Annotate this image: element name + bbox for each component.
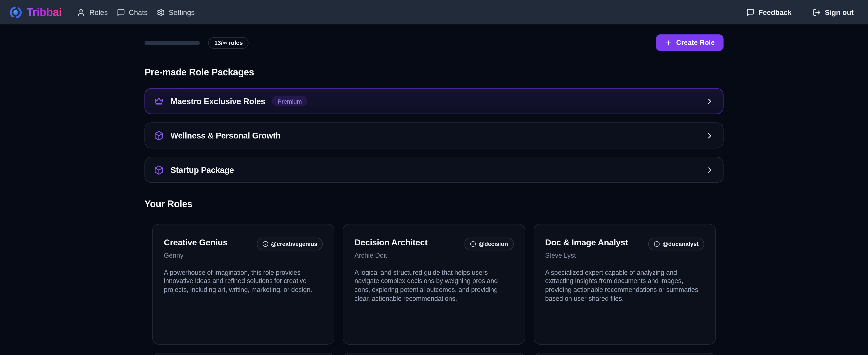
top-navigation-bar: Tribbai Roles Chats Settings Feedback: [0, 0, 868, 24]
role-title: Doc & Image Analyst: [545, 238, 628, 247]
topbar-actions: Feedback Sign out: [746, 8, 854, 16]
info-icon: [470, 241, 476, 247]
feedback-bubble-icon: [746, 8, 754, 16]
package-row-wellness-growth[interactable]: Wellness & Personal Growth: [145, 123, 723, 149]
package-row-maestro-exclusive[interactable]: Maestro Exclusive Roles Premium: [145, 88, 723, 114]
role-cards-grid-next-row: [145, 353, 723, 355]
role-card-doc-image-analyst[interactable]: Doc & Image Analyst Steve Lyst @docanaly…: [533, 224, 716, 345]
role-card-titles: Doc & Image Analyst Steve Lyst: [545, 238, 628, 259]
package-name: Wellness & Personal Growth: [170, 131, 280, 140]
sign-out-label: Sign out: [825, 8, 854, 16]
role-handle: @creativegenius: [271, 241, 317, 247]
nav-item-chats[interactable]: Chats: [117, 8, 148, 16]
role-cards-grid: Creative Genius Genny @creativegenius A …: [145, 224, 723, 345]
package-icon: [154, 165, 164, 175]
roles-usage-row: 13/∞ roles Create Role: [145, 34, 723, 51]
main-nav: Roles Chats Settings: [77, 8, 194, 16]
your-roles-section-title: Your Roles: [145, 199, 723, 210]
package-row-startup[interactable]: Startup Package: [145, 157, 723, 183]
feedback-button[interactable]: Feedback: [746, 8, 792, 16]
role-handle: @decision: [479, 241, 508, 247]
role-card-header: Doc & Image Analyst Steve Lyst @docanaly…: [545, 238, 704, 259]
role-handle-badge[interactable]: @docanalyst: [648, 238, 704, 250]
nav-item-settings[interactable]: Settings: [157, 8, 195, 16]
premium-badge: Premium: [272, 96, 308, 107]
role-card-header: Decision Architect Archie Doit @decision: [354, 238, 514, 259]
nav-label: Chats: [129, 8, 148, 16]
package-list: Maestro Exclusive Roles Premium Wellness…: [145, 88, 723, 183]
package-name: Startup Package: [170, 166, 234, 175]
package-name: Maestro Exclusive Roles: [170, 97, 265, 106]
roles-usage-progress-bar: [145, 41, 200, 45]
role-handle: @docanalyst: [662, 241, 699, 247]
app-window: Tribbai Roles Chats Settings Feedback: [0, 0, 868, 355]
role-description: A logical and structured guide that help…: [354, 269, 514, 304]
role-description: A powerhouse of imagination, this role p…: [164, 269, 323, 295]
tribbai-logo-icon: [9, 5, 23, 19]
role-card-partial[interactable]: [343, 353, 525, 355]
role-subtitle: Archie Doit: [354, 251, 428, 259]
role-description: A specialized expert capable of analyzin…: [545, 269, 704, 304]
role-card-partial[interactable]: [533, 353, 716, 355]
role-card-creative-genius[interactable]: Creative Genius Genny @creativegenius A …: [152, 224, 335, 345]
nav-label: Roles: [89, 8, 108, 16]
create-role-button[interactable]: Create Role: [656, 34, 723, 51]
brand-name: Tribbai: [27, 6, 62, 19]
chevron-right-icon: [705, 97, 714, 106]
brand-logo-link[interactable]: Tribbai: [9, 5, 62, 19]
main-content: 13/∞ roles Create Role Pre-made Role Pac…: [145, 34, 723, 355]
nav-item-roles[interactable]: Roles: [77, 8, 107, 16]
role-card-partial[interactable]: [152, 353, 335, 355]
info-icon: [654, 241, 660, 247]
chevron-right-icon: [705, 131, 714, 140]
package-icon: [154, 131, 164, 141]
user-icon: [77, 8, 85, 16]
feedback-label: Feedback: [758, 8, 792, 16]
role-handle-badge[interactable]: @decision: [464, 238, 514, 250]
crown-icon: [154, 96, 164, 106]
role-subtitle: Genny: [164, 251, 227, 259]
gear-icon: [157, 8, 165, 16]
roles-count-badge: 13/∞ roles: [208, 37, 249, 49]
role-card-titles: Decision Architect Archie Doit: [354, 238, 428, 259]
chat-bubble-icon: [117, 8, 125, 16]
info-icon: [262, 241, 268, 247]
sign-out-icon: [812, 8, 821, 16]
plus-icon: [664, 39, 672, 46]
role-title: Decision Architect: [354, 238, 428, 247]
sign-out-button[interactable]: Sign out: [812, 8, 854, 16]
role-subtitle: Steve Lyst: [545, 251, 628, 259]
chevron-right-icon: [705, 166, 714, 175]
role-card-titles: Creative Genius Genny: [164, 238, 227, 259]
create-role-label: Create Role: [676, 39, 715, 47]
packages-section-title: Pre-made Role Packages: [145, 67, 723, 78]
role-handle-badge[interactable]: @creativegenius: [257, 238, 323, 250]
role-card-header: Creative Genius Genny @creativegenius: [164, 238, 323, 259]
role-title: Creative Genius: [164, 238, 227, 247]
role-card-decision-architect[interactable]: Decision Architect Archie Doit @decision…: [343, 224, 525, 345]
nav-label: Settings: [169, 8, 195, 16]
